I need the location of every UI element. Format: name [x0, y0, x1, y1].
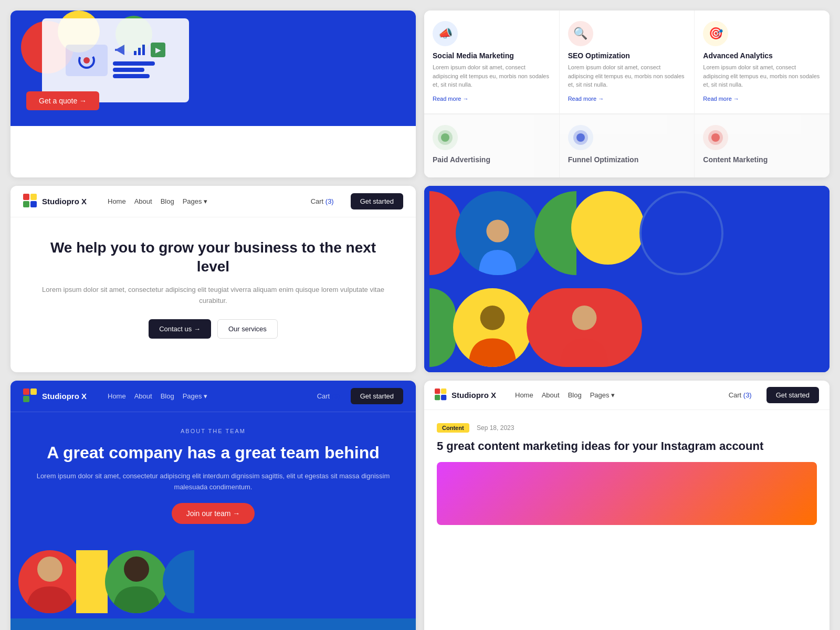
nav-about-6[interactable]: About — [542, 391, 560, 399]
hero-title-3: We help you to grow your business to the… — [42, 238, 384, 277]
svg-point-10 — [711, 133, 720, 142]
logo-text-6: Studiopro X — [452, 391, 496, 400]
stat-number-projects: 100+ — [213, 627, 307, 630]
nav-blog-3[interactable]: Blog — [161, 197, 174, 205]
read-more-analytics[interactable]: Read more → — [703, 96, 739, 102]
nav-home-3[interactable]: Home — [108, 197, 126, 205]
social-icon: 📣 — [433, 21, 458, 46]
service-title-social: Social Media Marketing — [433, 51, 551, 60]
svg-rect-24 — [435, 388, 440, 394]
stats-bar: 350+ Clients Worldwide 50+ Team Members … — [10, 618, 416, 630]
get-quote-button[interactable]: Get a quote → — [26, 91, 99, 110]
hero-buttons-3: Contact us → Our services — [42, 319, 384, 339]
service-title-paid: Paid Advertising — [433, 155, 551, 164]
bar1 — [113, 61, 155, 66]
service-item-paid: Paid Advertising — [424, 114, 559, 177]
svg-point-22 — [37, 556, 62, 582]
get-started-btn-6[interactable]: Get started — [766, 387, 819, 403]
service-title-funnel: Funnel Optimization — [568, 155, 686, 164]
about-navbar: Studiopro X Home About Blog Pages ▾ Cart… — [10, 381, 416, 412]
service-title-content: Content Marketing — [703, 155, 821, 164]
svg-point-16 — [480, 306, 505, 330]
nav-pages-3[interactable]: Pages ▾ — [183, 197, 208, 205]
services-grid: 📣 Social Media Marketing Lorem ipsum dol… — [424, 10, 830, 177]
nav-pages-6[interactable]: Pages ▾ — [590, 391, 615, 399]
nav-about-3[interactable]: About — [134, 197, 152, 205]
megaphone-icon — [113, 43, 128, 57]
bar2 — [113, 68, 144, 72]
svg-rect-13 — [23, 201, 29, 207]
card-hero-blue: ▶ Get a quote → — [10, 10, 416, 177]
blue-circle-2 — [639, 191, 723, 275]
card-blog-post: Studiopro X Home About Blog Pages ▾ Cart… — [424, 381, 830, 631]
read-more-social[interactable]: Read more → — [433, 96, 468, 102]
seo-icon: 🔍 — [568, 21, 593, 46]
nav-about-5[interactable]: About — [134, 392, 152, 400]
service-item-analytics: 🎯 Advanced Analytics Lorem ipsum dolor s… — [695, 10, 830, 114]
team-photo-2 — [105, 550, 168, 613]
blog-post-title: 5 great content marketing ideas for your… — [437, 439, 817, 454]
logo-text-3: Studiopro X — [42, 197, 87, 206]
blog-post-image — [437, 462, 817, 525]
get-started-btn-5[interactable]: Get started — [351, 388, 403, 404]
svg-rect-14 — [30, 201, 37, 207]
card-team-colorful — [424, 186, 830, 372]
stat-clients: 350+ Clients Worldwide — [26, 627, 120, 630]
svg-point-23 — [124, 556, 149, 582]
service-item-social: 📣 Social Media Marketing Lorem ipsum dol… — [424, 10, 559, 114]
card-about-team: Studiopro X Home About Blog Pages ▾ Cart… — [10, 381, 416, 631]
nav-blog-6[interactable]: Blog — [568, 391, 582, 399]
hero-sub-3: Lorem ipsum dolor sit amet, consectetur … — [42, 285, 384, 307]
hero-screen-mockup: ▶ — [42, 18, 189, 102]
svg-point-17 — [572, 306, 597, 330]
paid-icon — [433, 125, 458, 150]
svg-rect-25 — [441, 388, 446, 394]
svg-rect-18 — [23, 388, 29, 395]
stat-revenue: 85M+ Revenue Generated — [307, 627, 400, 630]
contact-btn-3[interactable]: Contact us → — [149, 319, 211, 339]
card-studiopro-hero: Studiopro X Home About Blog Pages ▾ Cart… — [10, 186, 416, 372]
svg-rect-11 — [23, 194, 29, 200]
blue-half — [163, 550, 194, 613]
yellow-circle-2 — [571, 191, 645, 265]
stat-number-revenue: 85M+ — [307, 627, 400, 630]
nav-cart-3: Cart (3) — [311, 197, 334, 205]
about-title: A great company has a great team behind — [32, 443, 395, 463]
service-desc-social: Lorem ipsum dolor sit amet, consect adip… — [433, 63, 551, 89]
svg-rect-3 — [138, 48, 141, 55]
nav-links-3: Home About Blog Pages ▾ — [108, 197, 207, 205]
service-item-funnel: Funnel Optimization — [560, 114, 695, 177]
read-more-seo[interactable]: Read more → — [568, 96, 604, 102]
nav-home-5[interactable]: Home — [108, 392, 126, 400]
about-tag: ABOUT THE TEAM — [32, 428, 395, 434]
svg-point-1 — [83, 57, 90, 64]
logo-5: Studiopro X — [23, 388, 87, 403]
hero-content-3: We help you to grow your business to the… — [10, 217, 416, 360]
green-half2 — [429, 288, 456, 367]
blog-post-tag: Content — [437, 423, 469, 433]
stat-projects: 100+ Projects Completed — [213, 627, 307, 630]
svg-rect-2 — [134, 51, 136, 55]
nav-blog-5[interactable]: Blog — [161, 392, 174, 400]
nav-links-5: Home About Blog Pages ▾ — [108, 392, 207, 400]
stat-team: 50+ Team Members — [120, 627, 213, 630]
about-sub: Lorem ipsum dolor sit amet, consectetur … — [32, 471, 395, 493]
services-btn-3[interactable]: Our services — [217, 319, 278, 339]
svg-rect-12 — [30, 194, 37, 200]
hero-bars — [113, 61, 165, 78]
nav-links-6: Home About Blog Pages ▾ — [515, 391, 615, 399]
navbar-3: Studiopro X Home About Blog Pages ▾ Cart… — [10, 186, 416, 217]
service-desc-seo: Lorem ipsum dolor sit amet, consect adip… — [568, 63, 686, 89]
nav-home-6[interactable]: Home — [515, 391, 533, 399]
get-started-btn-3[interactable]: Get started — [351, 193, 403, 209]
service-item-seo: 🔍 SEO Optimization Lorem ipsum dolor sit… — [560, 10, 695, 114]
stat-number-team: 50+ — [120, 627, 213, 630]
nav-cart-6: Cart (3) — [729, 391, 752, 399]
content-icon — [703, 125, 728, 150]
nav-pages-5[interactable]: Pages ▾ — [183, 392, 208, 400]
join-team-btn[interactable]: Join our team → — [172, 503, 255, 524]
service-title-analytics: Advanced Analytics — [703, 51, 821, 60]
stat-number-clients: 350+ — [26, 627, 120, 630]
nav-cart-5: Cart (3) — [317, 392, 340, 400]
card-services: 📣 Social Media Marketing Lorem ipsum dol… — [424, 10, 830, 177]
